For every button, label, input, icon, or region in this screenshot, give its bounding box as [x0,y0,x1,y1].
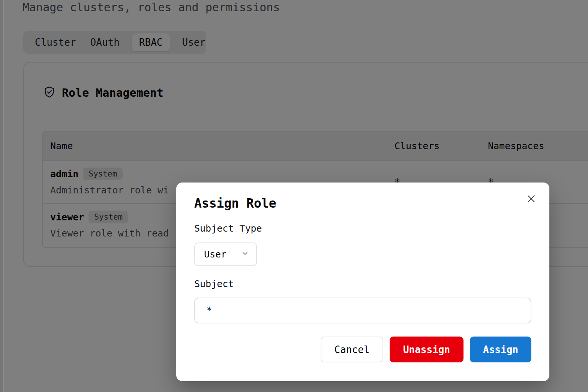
close-button[interactable] [525,193,537,206]
assign-button[interactable]: Assign [470,337,531,362]
cancel-button[interactable]: Cancel [321,337,383,362]
subject-label: Subject [194,278,234,289]
subject-type-select[interactable]: User [194,242,257,266]
modal-button-row: Cancel Unassign Assign [194,337,531,362]
app-root: Manage clusters, roles and permissions C… [0,0,588,392]
modal-title: Assign Role [194,196,276,211]
sidebar-border-line [3,0,4,392]
subject-type-label: Subject Type [194,223,262,234]
subject-type-value: User [204,249,226,260]
assign-role-modal: Assign Role Subject Type User Subject Ca… [176,183,549,381]
unassign-button[interactable]: Unassign [390,337,464,362]
close-icon [526,194,536,205]
chevron-down-icon [241,249,249,259]
subject-input[interactable] [194,298,531,323]
